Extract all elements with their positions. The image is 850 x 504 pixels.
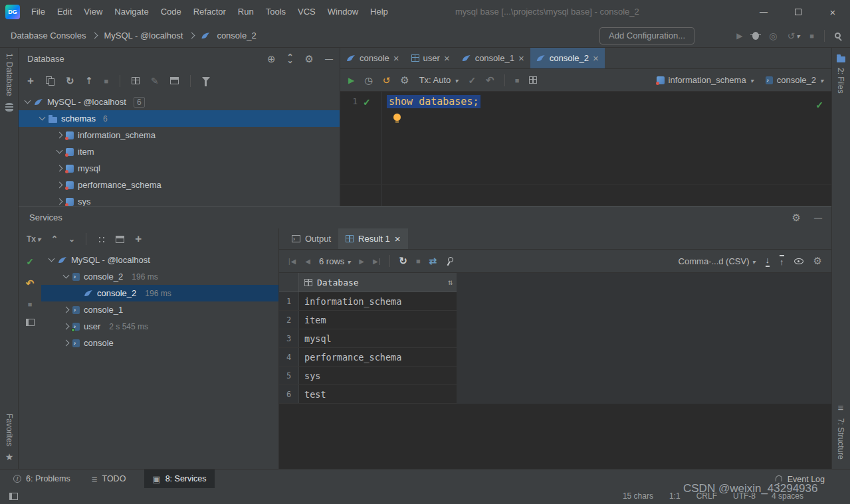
tab-console-2[interactable]: console_2: [530, 48, 605, 68]
cell-value[interactable]: performance_schema: [299, 348, 457, 366]
close-tab-icon[interactable]: [444, 52, 450, 64]
tx-mode-dropdown[interactable]: Tx: Auto: [419, 75, 459, 85]
tree-row-schemas[interactable]: schemas 6: [19, 110, 340, 127]
search-everywhere-icon[interactable]: [835, 33, 841, 39]
rollback-button[interactable]: [486, 74, 494, 86]
chevron-down-icon[interactable]: [25, 98, 31, 104]
export-format-dropdown[interactable]: Comma-...d (CSV): [679, 256, 756, 266]
collapse-all-icon[interactable]: [68, 234, 75, 244]
code-area[interactable]: show databases;: [381, 92, 831, 206]
tab-result-1[interactable]: Result 1: [338, 228, 407, 249]
rollback-button[interactable]: [26, 278, 35, 290]
close-button[interactable]: [815, 0, 850, 24]
service-row-console[interactable]: console: [41, 335, 278, 351]
collapse-all-button[interactable]: [286, 56, 293, 62]
tx-toggle[interactable]: Tx: [27, 234, 41, 244]
cancel-query-button[interactable]: [515, 76, 520, 84]
tab-console[interactable]: console: [340, 48, 405, 68]
stop-button[interactable]: [416, 257, 421, 265]
view-options-icon[interactable]: [116, 236, 124, 243]
add-datasource-button[interactable]: [27, 74, 34, 88]
edit-source-button[interactable]: [151, 76, 159, 86]
profiler-button[interactable]: [788, 31, 800, 41]
service-row-console-1[interactable]: console_1: [41, 301, 278, 318]
submit-changes-button[interactable]: [86, 76, 93, 86]
menu-vcs[interactable]: VCS: [292, 0, 322, 24]
cell-value[interactable]: mysql: [299, 329, 457, 347]
filter-icon[interactable]: [202, 77, 210, 82]
column-header-database[interactable]: Database: [299, 278, 457, 288]
stop-button[interactable]: [28, 300, 33, 308]
chevron-down-icon[interactable]: [39, 114, 46, 121]
sort-icon[interactable]: [448, 278, 453, 287]
menu-window[interactable]: Window: [322, 0, 364, 24]
toolwindow-button-files[interactable]: 2: Files: [836, 54, 845, 94]
caret-position-indicator[interactable]: 1:1: [669, 491, 681, 501]
wrench-settings-icon[interactable]: [400, 74, 409, 86]
breadcrumb-database-consoles[interactable]: Database Consoles: [11, 31, 86, 41]
history-icon[interactable]: [364, 75, 372, 86]
globe-icon[interactable]: [267, 53, 276, 65]
tree-row-datasource[interactable]: MySQL - @localhost 6: [19, 94, 340, 110]
table-row[interactable]: 6 test: [279, 385, 457, 404]
toolwindow-button-structure[interactable]: 7: Structure: [836, 402, 845, 460]
chevron-right-icon[interactable]: [56, 132, 63, 139]
menu-tools[interactable]: Tools: [260, 0, 292, 24]
service-row-console-2-session[interactable]: console_2 196 ms: [41, 268, 278, 285]
service-row-console-2-query[interactable]: console_2 196 ms: [41, 285, 278, 301]
maximize-button[interactable]: [781, 0, 815, 24]
cell-value[interactable]: sys: [299, 367, 457, 384]
chevron-right-icon[interactable]: [56, 182, 63, 189]
chevron-right-icon[interactable]: [56, 165, 63, 172]
toolwindow-button-todo[interactable]: TODO: [89, 469, 129, 489]
hide-panel-button[interactable]: [325, 54, 333, 64]
service-row-user[interactable]: user 2 s 545 ms: [41, 318, 278, 335]
minimize-button[interactable]: [746, 0, 781, 24]
previous-page-button[interactable]: [305, 258, 310, 265]
chevron-right-icon[interactable]: [63, 340, 70, 347]
next-page-button[interactable]: [359, 258, 364, 265]
intention-bulb-icon[interactable]: [393, 114, 401, 121]
table-row[interactable]: 5 sys: [279, 367, 457, 385]
menu-navigate[interactable]: Navigate: [108, 0, 154, 24]
first-page-button[interactable]: [288, 258, 296, 265]
debug-button[interactable]: [752, 32, 759, 40]
compare-icon[interactable]: [429, 256, 437, 266]
console-selector-dropdown[interactable]: console_2: [766, 75, 823, 85]
hide-panel-button[interactable]: [814, 213, 822, 222]
close-tab-icon[interactable]: [395, 233, 401, 244]
stop-query-button[interactable]: [104, 77, 108, 85]
add-configuration-button[interactable]: Add Configuration...: [599, 27, 694, 44]
toolwindow-toggle-icon[interactable]: [9, 493, 18, 500]
layout-icon[interactable]: [26, 319, 35, 326]
tree-row-sys[interactable]: sys: [19, 193, 340, 206]
grid-corner-cell[interactable]: [279, 273, 299, 292]
schema-selector-dropdown[interactable]: information_schema: [657, 75, 754, 85]
execute-button[interactable]: [348, 76, 354, 85]
close-tab-icon[interactable]: [518, 52, 524, 64]
view-grid-icon[interactable]: [529, 76, 537, 84]
tree-row-mysql[interactable]: mysql: [19, 160, 340, 177]
chevron-right-icon[interactable]: [63, 307, 70, 313]
refresh-button[interactable]: [66, 75, 74, 87]
add-service-button[interactable]: [135, 232, 142, 246]
reload-page-button[interactable]: [399, 255, 407, 267]
close-tab-icon[interactable]: [593, 52, 599, 64]
export-data-icon[interactable]: [766, 255, 770, 267]
menu-view[interactable]: View: [78, 0, 108, 24]
commit-button[interactable]: [468, 75, 476, 86]
cell-value[interactable]: item: [299, 311, 457, 329]
diagram-button[interactable]: [170, 77, 179, 84]
run-button[interactable]: [736, 31, 742, 41]
close-tab-icon[interactable]: [393, 52, 399, 64]
sql-statement[interactable]: show databases;: [387, 95, 480, 108]
tree-row-performance-schema[interactable]: performance_schema: [19, 177, 340, 193]
explain-plan-icon[interactable]: [382, 75, 390, 86]
menu-run[interactable]: Run: [232, 0, 260, 24]
coverage-button[interactable]: [769, 31, 777, 41]
chevron-right-icon[interactable]: [56, 199, 63, 205]
chevron-down-icon[interactable]: [63, 272, 70, 279]
chevron-right-icon[interactable]: [63, 323, 70, 330]
expand-all-icon[interactable]: [51, 234, 58, 244]
panel-settings-gear-icon[interactable]: [305, 53, 314, 65]
